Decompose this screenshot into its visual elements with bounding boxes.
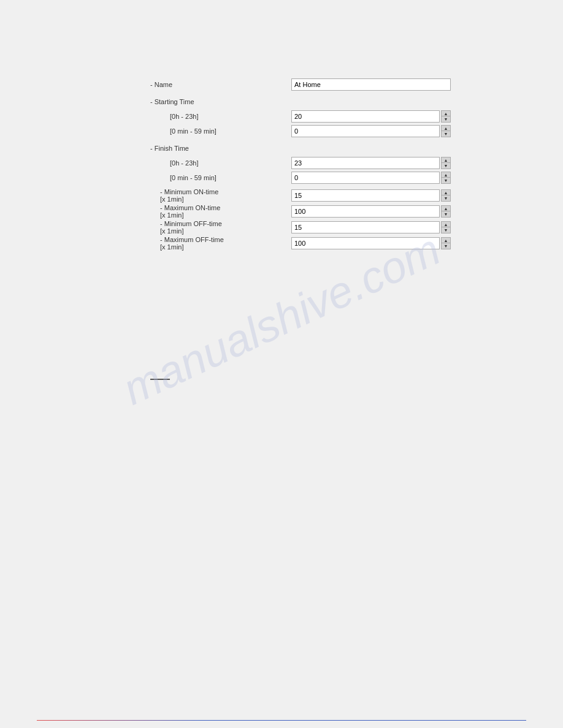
starting-min-down-btn[interactable]: ▼ [441,131,451,137]
min-off-time-input[interactable] [291,221,440,233]
finish-time-section: - Finish Time [150,142,451,155]
min-off-time-down-btn[interactable]: ▼ [441,227,451,233]
form-panel: - Name - Starting Time [0h - 23h] ▲ ▼ [0… [150,58,451,252]
min-on-time-label-line1: - Minimum ON-time [160,188,286,195]
finish-min-spinner: ▲ ▼ [441,172,451,184]
starting-min-input[interactable] [291,125,440,137]
starting-hour-input-wrapper: ▲ ▼ [291,110,451,123]
finish-min-input-wrapper: ▲ ▼ [291,172,451,184]
finish-hour-down-btn[interactable]: ▼ [441,163,451,169]
name-row: - Name [150,78,451,91]
starting-min-spinner: ▲ ▼ [441,125,451,137]
min-on-time-row: - Minimum ON-time [x 1min] ▲ ▼ [150,188,451,203]
finish-hour-label: [0h - 23h] [150,159,291,167]
finish-time-hour-row: [0h - 23h] ▲ ▼ [150,156,451,170]
min-on-time-up-btn[interactable]: ▲ [441,189,451,195]
starting-hour-spinner: ▲ ▼ [441,110,451,123]
finish-hour-up-btn[interactable]: ▲ [441,157,451,163]
max-on-time-up-btn[interactable]: ▲ [441,205,451,211]
starting-min-input-wrapper: ▲ ▼ [291,125,451,137]
max-off-time-input-wrapper: ▲ ▼ [291,237,451,249]
finish-hour-spinner: ▲ ▼ [441,157,451,169]
max-off-time-label-line1: - Maximum OFF-time [160,236,286,243]
max-off-time-down-btn[interactable]: ▼ [441,243,451,249]
starting-hour-input[interactable] [291,110,440,123]
starting-hour-up-btn[interactable]: ▲ [441,110,451,116]
min-on-time-input-wrapper: ▲ ▼ [291,189,451,202]
finish-time-label: - Finish Time [150,145,291,152]
min-off-time-label: - Minimum OFF-time [x 1min] [150,220,291,235]
max-on-time-label-line1: - Maximum ON-time [160,204,286,211]
min-off-time-row: - Minimum OFF-time [x 1min] ▲ ▼ [150,220,451,235]
min-off-time-label-line2: [x 1min] [160,227,286,235]
starting-time-hour-row: [0h - 23h] ▲ ▼ [150,110,451,123]
min-on-time-label-line2: [x 1min] [160,195,286,203]
max-on-time-input-wrapper: ▲ ▼ [291,205,451,218]
max-on-time-input[interactable] [291,205,440,218]
min-off-time-input-wrapper: ▲ ▼ [291,221,451,233]
finish-min-label: [0 min - 59 min] [150,174,291,181]
finish-min-up-btn[interactable]: ▲ [441,172,451,178]
max-off-time-row: - Maximum OFF-time [x 1min] ▲ ▼ [150,236,451,251]
finish-min-input[interactable] [291,172,440,184]
max-on-time-down-btn[interactable]: ▼ [441,211,451,218]
starting-time-section: - Starting Time [150,95,451,108]
min-on-time-down-btn[interactable]: ▼ [441,195,451,202]
starting-time-label: - Starting Time [150,98,291,105]
min-off-time-up-btn[interactable]: ▲ [441,221,451,227]
min-on-time-spinner: ▲ ▼ [441,189,451,202]
name-label: - Name [150,81,291,88]
bottom-divider-line [37,720,526,721]
max-off-time-label-line2: [x 1min] [160,243,286,251]
finish-hour-input[interactable] [291,157,440,169]
finish-min-down-btn[interactable]: ▼ [441,178,451,184]
finish-time-min-row: [0 min - 59 min] ▲ ▼ [150,171,451,184]
max-off-time-label: - Maximum OFF-time [x 1min] [150,236,291,251]
starting-min-label: [0 min - 59 min] [150,127,291,135]
max-on-time-row: - Maximum ON-time [x 1min] ▲ ▼ [150,204,451,219]
max-off-time-up-btn[interactable]: ▲ [441,237,451,243]
max-on-time-label: - Maximum ON-time [x 1min] [150,204,291,219]
min-off-time-spinner: ▲ ▼ [441,221,451,233]
finish-hour-input-wrapper: ▲ ▼ [291,157,451,169]
name-input[interactable] [291,78,451,91]
starting-hour-down-btn[interactable]: ▼ [441,116,451,123]
min-on-time-input[interactable] [291,189,440,202]
max-off-time-spinner: ▲ ▼ [441,237,451,249]
max-on-time-label-line2: [x 1min] [160,211,286,219]
page-container: BOX 1 Presence Simulator ▼ - Name - Star… [0,0,563,728]
watermark: manualshive.com [115,224,448,414]
starting-hour-label: [0h - 23h] [150,113,291,120]
max-off-time-input[interactable] [291,237,440,249]
min-off-time-label-line1: - Minimum OFF-time [160,220,286,227]
starting-time-min-row: [0 min - 59 min] ▲ ▼ [150,124,451,138]
name-input-wrapper [291,78,451,91]
min-on-time-label: - Minimum ON-time [x 1min] [150,188,291,203]
max-on-time-spinner: ▲ ▼ [441,205,451,218]
small-separator-line [150,379,170,380]
starting-min-up-btn[interactable]: ▲ [441,125,451,131]
